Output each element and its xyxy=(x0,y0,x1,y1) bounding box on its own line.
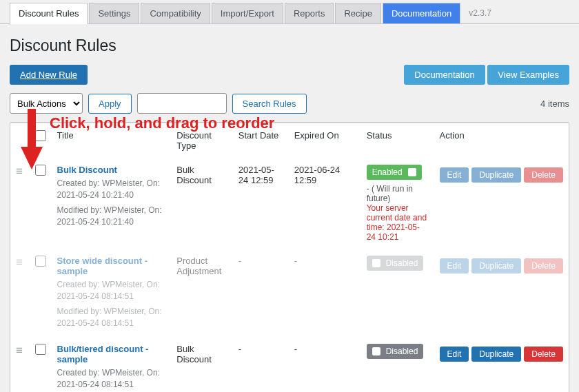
documentation-button[interactable]: Documentation xyxy=(404,65,485,85)
tab-import-export[interactable]: Import/Export xyxy=(212,3,283,23)
tab-reports[interactable]: Reports xyxy=(285,3,334,23)
col-action: Action xyxy=(434,123,569,158)
tab-settings[interactable]: Settings xyxy=(89,3,139,23)
rule-expired-on: - xyxy=(289,337,361,392)
status-toggle-enabled[interactable]: Enabled xyxy=(367,165,422,180)
add-new-rule-button[interactable]: Add New Rule xyxy=(10,65,88,85)
drag-handle-icon[interactable]: ≡ xyxy=(16,256,23,269)
table-row: ≡Store wide discount - sampleCreated by:… xyxy=(10,249,569,337)
row-checkbox[interactable] xyxy=(35,165,46,176)
col-status: Status xyxy=(361,123,434,158)
filter-row: Bulk Actions Apply Search Rules 4 items xyxy=(10,93,569,114)
drag-handle-icon[interactable]: ≡ xyxy=(16,165,23,178)
tab-compatibility[interactable]: Compatibility xyxy=(141,3,210,23)
tab-discount-rules[interactable]: Discount Rules xyxy=(10,3,88,24)
header-actions: Add New Rule Documentation View Examples xyxy=(10,65,569,85)
page-title: Discount Rules xyxy=(10,37,569,55)
rule-created-meta: Created by: WPMeister, On: 2021-05-24 10… xyxy=(57,178,166,202)
items-count: 4 items xyxy=(540,99,569,109)
rule-modified-meta: Modified by: WPMeister, On: 2021-05-24 0… xyxy=(57,306,166,330)
rule-created-meta: Created by: WPMeister, On: 2021-05-24 08… xyxy=(57,367,166,391)
row-checkbox[interactable] xyxy=(35,256,46,267)
status-toggle-disabled[interactable]: Disabled xyxy=(367,256,424,271)
view-examples-button[interactable]: View Examples xyxy=(487,65,569,85)
rule-created-meta: Created by: WPMeister, On: 2021-05-24 08… xyxy=(57,279,166,303)
duplicate-button[interactable]: Duplicate xyxy=(471,258,521,274)
delete-button[interactable]: Delete xyxy=(524,347,563,362)
rule-title-link[interactable]: Bulk Discount xyxy=(57,165,117,175)
tab-recipe[interactable]: Recipe xyxy=(335,3,380,23)
rule-discount-type: Bulk Discount xyxy=(171,158,233,249)
rules-table: Title Discount Type Start Date Expired O… xyxy=(10,123,569,392)
tab-documentation[interactable]: Documentation xyxy=(383,3,460,23)
edit-button[interactable]: Edit xyxy=(440,167,469,183)
edit-button[interactable]: Edit xyxy=(440,258,469,274)
rule-expired-on: 2021-06-24 12:59 xyxy=(289,158,361,249)
duplicate-button[interactable]: Duplicate xyxy=(471,167,521,183)
col-expired: Expired On xyxy=(289,123,361,158)
delete-button[interactable]: Delete xyxy=(524,167,563,183)
apply-button[interactable]: Apply xyxy=(88,94,132,114)
rule-modified-meta: Modified by: WPMeister, On: 2021-05-24 1… xyxy=(57,205,166,229)
bulk-actions-select[interactable]: Bulk Actions xyxy=(10,93,83,114)
col-start: Start Date xyxy=(233,123,289,158)
rule-title-link[interactable]: Bulk/tiered discount - sample xyxy=(57,344,149,364)
col-discount: Discount Type xyxy=(171,123,233,158)
page-wrap: Click, hold, and drag to reorder Discoun… xyxy=(0,0,579,392)
rule-start-date: 2021-05-24 12:59 xyxy=(233,158,289,249)
rule-discount-type: Product Adjustment xyxy=(171,249,233,337)
duplicate-button[interactable]: Duplicate xyxy=(471,347,521,362)
rule-start-date: - xyxy=(233,249,289,337)
rule-start-date: - xyxy=(233,337,289,392)
table-header-row: Title Discount Type Start Date Expired O… xyxy=(10,123,569,158)
search-input[interactable] xyxy=(137,93,227,114)
search-rules-button[interactable]: Search Rules xyxy=(232,94,307,114)
delete-button[interactable]: Delete xyxy=(524,258,563,274)
table-row: ≡Bulk/tiered discount - sampleCreated by… xyxy=(10,337,569,392)
rule-expired-on: - xyxy=(289,249,361,337)
select-all-checkbox[interactable] xyxy=(35,130,46,141)
rules-table-card: Title Discount Type Start Date Expired O… xyxy=(10,122,569,392)
col-title[interactable]: Title xyxy=(52,123,172,158)
version-label: v2.3.7 xyxy=(462,8,498,18)
edit-button[interactable]: Edit xyxy=(440,347,469,362)
row-checkbox[interactable] xyxy=(35,344,46,355)
table-row: ≡Bulk DiscountCreated by: WPMeister, On:… xyxy=(10,158,569,249)
nav-tabs: Discount RulesSettingsCompatibilityImpor… xyxy=(0,0,579,24)
rule-discount-type: Bulk Discount xyxy=(171,337,233,392)
future-note: - ( Will run in future)Your server curre… xyxy=(367,184,429,242)
rule-title-link[interactable]: Store wide discount - sample xyxy=(57,256,148,276)
status-toggle-disabled[interactable]: Disabled xyxy=(367,344,424,359)
drag-handle-icon[interactable]: ≡ xyxy=(16,344,23,357)
